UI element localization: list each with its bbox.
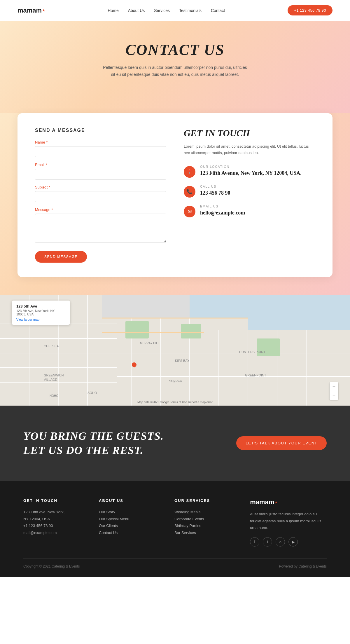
cta-event-button[interactable]: LET'S TALK ABOUT YOUR EVENT (236, 436, 327, 450)
map-attribution: Map data ©2021 Google Terms of Use Repor… (137, 401, 213, 404)
subject-label: Subject * (35, 185, 166, 189)
nav-about[interactable]: About Us (128, 8, 145, 13)
svg-rect-23 (181, 324, 201, 338)
cta-text: YOU BRING THE GUESTS. LET US DO THE REST… (23, 429, 164, 458)
email-info: ✉ EMAIL US hello@example.com (184, 205, 315, 217)
footer-grid: GET IN TOUCH 123 Fifth Ave, New York,NY … (23, 498, 327, 546)
map-zoom-controls: + − (330, 382, 338, 400)
footer-address: 123 Fifth Ave, New York,NY 12004, USA. (23, 509, 87, 522)
email-contact-value: hello@example.com (200, 209, 245, 217)
svg-text:MURRAY HILL: MURRAY HILL (140, 342, 160, 345)
popup-title: 123 5th Ave (16, 304, 65, 308)
phone-icon: 📞 (184, 186, 195, 198)
twitter-icon[interactable]: t (263, 537, 272, 547)
svg-text:NOHO: NOHO (50, 394, 58, 397)
footer-link-corporate[interactable]: Corporate Events (174, 516, 238, 522)
footer-contact-title: GET IN TOUCH (23, 498, 87, 503)
cta-section: YOU BRING THE GUESTS. LET US DO THE REST… (0, 406, 350, 481)
hero-subtitle: Pellentesque lorem quis in auctor bibend… (102, 64, 248, 78)
email-field-group: Email * (35, 163, 166, 180)
nav-testimonials[interactable]: Testimonials (179, 8, 202, 13)
youtube-icon[interactable]: ▶ (288, 537, 298, 547)
nav-services[interactable]: Services (154, 8, 170, 13)
email-contact-label: EMAIL US (200, 205, 245, 208)
svg-text:SOHO: SOHO (88, 391, 97, 395)
social-icons: f t ○ ▶ (250, 537, 327, 547)
copyright: Copyright © 2021 Catering & Events (23, 564, 80, 568)
footer-brand-desc: Auat morbi justo facilisis integer odio … (250, 511, 327, 531)
get-in-touch-title: GET IN TOUCH (184, 128, 315, 139)
name-input[interactable] (35, 146, 166, 157)
footer-logo: mamam ★ (250, 498, 327, 506)
subject-input[interactable] (35, 191, 166, 202)
name-label: Name * (35, 140, 166, 144)
hero-title: CONTACT US (12, 41, 338, 58)
navbar: mamam ★ Home About Us Services Testimoni… (0, 0, 350, 21)
message-textarea[interactable] (35, 214, 166, 243)
email-input[interactable] (35, 169, 166, 180)
svg-text:GREENPOINT: GREENPOINT (245, 374, 266, 377)
get-in-touch-panel: GET IN TOUCH Lorem ipsum dolor sit amet,… (184, 128, 315, 263)
powered-by: Powered by Catering & Events (279, 564, 327, 568)
form-title: SEND A MESSAGE (35, 128, 166, 133)
footer-services-title: OUR SERVICES (174, 498, 238, 503)
svg-text:GREENWICH: GREENWICH (44, 374, 64, 377)
email-icon: ✉ (184, 206, 195, 217)
logo: mamam ★ (18, 7, 45, 14)
footer-link-clients[interactable]: Our Clients (99, 522, 163, 529)
message-field-group: Message * (35, 207, 166, 244)
send-message-button[interactable]: SEND MESSAGE (35, 251, 87, 263)
svg-text:HUNTERS POINT: HUNTERS POINT (239, 350, 265, 354)
contact-card-wrap: SEND A MESSAGE Name * Email * Subject * (0, 113, 350, 295)
map-container[interactable]: CHELSEA MURRAY HILL KIPS BAY GREENWICH V… (0, 295, 350, 406)
facebook-icon[interactable]: f (250, 537, 259, 547)
logo-text: mamam (18, 7, 42, 14)
location-info: 📍 OUR LOCATION 123 Fifth Avenue, New Yor… (184, 165, 315, 178)
contact-card: SEND A MESSAGE Name * Email * Subject * (18, 113, 332, 277)
footer-phone: +1 123 456 78 90 (23, 522, 87, 529)
svg-text:KIPS BAY: KIPS BAY (175, 359, 190, 362)
logo-star: ★ (42, 9, 45, 12)
zoom-out-button[interactable]: − (330, 391, 338, 400)
map-section: CHELSEA MURRAY HILL KIPS BAY GREENWICH V… (0, 295, 350, 406)
footer-link-contact[interactable]: Contact Us (99, 529, 163, 536)
phone-label: CALL US (200, 185, 230, 188)
cta-button-wrap: LET'S TALK ABOUT YOUR EVENT (236, 436, 327, 450)
footer-about-title: ABOUT US (99, 498, 163, 503)
instagram-icon[interactable]: ○ (276, 537, 285, 547)
location-value: 123 Fifth Avenue, New York, NY 12004, US… (200, 170, 302, 177)
footer-col-contact: GET IN TOUCH 123 Fifth Ave, New York,NY … (23, 498, 87, 546)
message-label: Message * (35, 207, 166, 212)
svg-rect-3 (102, 295, 190, 318)
footer-link-birthday[interactable]: Birthday Parties (174, 522, 238, 529)
location-label: OUR LOCATION (200, 165, 302, 168)
footer-link-wedding[interactable]: Wedding Meals (174, 509, 238, 515)
footer-logo-star: ★ (275, 501, 277, 504)
cta-line1: YOU BRING THE GUESTS. LET US DO THE REST… (23, 429, 164, 458)
contact-form: SEND A MESSAGE Name * Email * Subject * (35, 128, 166, 263)
phone-button[interactable]: +1 123 456 78 90 (288, 5, 332, 15)
subject-field-group: Subject * (35, 185, 166, 202)
footer-link-menu[interactable]: Our Special Menu (99, 516, 163, 522)
map-popup: 123 5th Ave 123 5th Ave, New York, NY 10… (12, 301, 70, 325)
footer-col-about: ABOUT US Our Story Our Special Menu Our … (99, 498, 163, 546)
phone-info: 📞 CALL US 123 456 78 90 (184, 185, 315, 198)
get-in-touch-desc: Lorem ipsum dolor sit amet, consectetur … (184, 143, 315, 156)
nav-contact[interactable]: Contact (211, 8, 225, 13)
footer-col-brand: mamam ★ Auat morbi justo facilisis integ… (250, 498, 327, 546)
nav-home[interactable]: Home (108, 8, 118, 13)
svg-text:StuyTown: StuyTown (169, 380, 182, 383)
footer: GET IN TOUCH 123 Fifth Ave, New York,NY … (0, 481, 350, 577)
footer-link-bar[interactable]: Bar Services (174, 529, 238, 536)
svg-text:CHELSEA: CHELSEA (44, 344, 59, 348)
footer-bottom: Copyright © 2021 Catering & Events Power… (23, 558, 327, 568)
view-larger-map-link[interactable]: View larger map (16, 318, 65, 321)
location-icon: 📍 (184, 166, 195, 178)
popup-address: 123 5th Ave, New York, NY 10003, USA (16, 309, 65, 316)
email-label: Email * (35, 163, 166, 167)
footer-col-services: OUR SERVICES Wedding Meals Corporate Eve… (174, 498, 238, 546)
nav-links: Home About Us Services Testimonials Cont… (108, 8, 225, 13)
zoom-in-button[interactable]: + (330, 382, 338, 391)
footer-link-story[interactable]: Our Story (99, 509, 163, 515)
svg-rect-22 (125, 321, 149, 338)
